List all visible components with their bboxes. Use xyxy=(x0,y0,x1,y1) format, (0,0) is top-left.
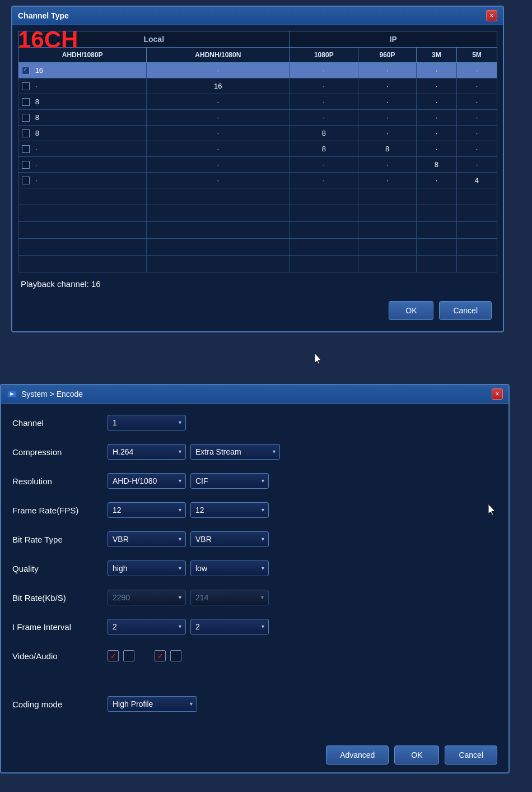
channel-select-wrapper: 123 xyxy=(108,415,186,430)
bit-rate-kbs-label: Bit Rate(Kb/S) xyxy=(12,593,108,603)
quality-row: Quality lowestlowerlowmediumhighhigherhi… xyxy=(12,558,497,578)
table-row[interactable]: 8 · · · · · xyxy=(18,94,497,110)
resolution-main-wrapper: AHD-H/1080720PD1CIF xyxy=(108,473,186,489)
quality-label: Quality xyxy=(12,564,108,573)
quality-extra-select[interactable]: lowestlowerlowmediumhigh xyxy=(190,561,269,576)
main-audio-checkbox[interactable] xyxy=(123,650,134,661)
compression-row: Compression H.264H.265 Extra StreamMain … xyxy=(12,442,497,462)
ip-header: IP xyxy=(290,31,497,48)
coding-mode-select[interactable]: High Profile Main Profile Baseline Profi… xyxy=(108,696,197,712)
channel-type-cancel-button[interactable]: Cancel xyxy=(439,301,492,320)
frame-rate-main-wrapper: 12152025 xyxy=(108,502,186,518)
table-row xyxy=(18,239,497,256)
cursor-arrow xyxy=(315,353,324,366)
table-row xyxy=(18,256,497,272)
quality-main-wrapper: lowestlowerlowmediumhighhigherhighest xyxy=(108,561,186,576)
video-audio-controls xyxy=(108,650,497,661)
extra-video-checkbox[interactable] xyxy=(155,650,166,661)
quality-main-select[interactable]: lowestlowerlowmediumhighhigherhighest xyxy=(108,561,186,576)
row-checkbox[interactable] xyxy=(22,129,30,137)
compression-extra-wrapper: Extra StreamMain Stream xyxy=(190,444,280,460)
i-frame-interval-row: I Frame Interval 12345 123 xyxy=(12,617,497,637)
table-row[interactable]: 8 · · · · · xyxy=(18,110,497,126)
playback-channel-info: Playback channel: 16 xyxy=(18,272,497,295)
svg-marker-4 xyxy=(488,504,495,515)
compression-controls: H.264H.265 Extra StreamMain Stream xyxy=(108,444,497,460)
encode-titlebar: System > Encode × xyxy=(1,385,508,404)
table-row[interactable]: · · · · · 4 xyxy=(18,173,497,188)
encode-form: Channel 123 Compression H.264H.265 xyxy=(1,404,508,732)
table-row xyxy=(18,188,497,205)
bit-rate-kbs-row: Bit Rate(Kb/S) 2290 214 ▼ xyxy=(12,587,497,608)
channel-badge: 16CH xyxy=(18,28,78,52)
channel-type-titlebar: Channel Type × xyxy=(12,7,503,25)
col-ahdnh: AHDNH/1080N xyxy=(147,48,290,63)
svg-marker-0 xyxy=(315,353,321,364)
encode-icon xyxy=(7,390,17,398)
bit-rate-main-wrapper: 2290 xyxy=(108,590,186,605)
row-checkbox[interactable] xyxy=(22,161,30,169)
frame-rate-controls: 12152025 12152025 xyxy=(108,502,455,518)
i-frame-main-select[interactable]: 12345 xyxy=(108,619,186,634)
encode-title: System > Encode xyxy=(21,390,83,399)
resolution-main-select[interactable]: AHD-H/1080720PD1CIF xyxy=(108,473,186,489)
channel-type-ok-button[interactable]: OK xyxy=(389,301,433,320)
row-checkbox[interactable] xyxy=(22,177,30,184)
col-1080p: 1080P xyxy=(290,48,358,63)
frame-rate-extra-select[interactable]: 12152025 xyxy=(190,502,269,518)
frame-rate-label: Frame Rate(FPS) xyxy=(12,506,108,515)
row-checkbox[interactable] xyxy=(22,82,30,90)
row-checkbox[interactable] xyxy=(22,98,30,106)
table-row[interactable]: 16 · · · · · xyxy=(18,63,497,78)
compression-main-wrapper: H.264H.265 xyxy=(108,444,186,460)
bit-rate-type-label: Bit Rate Type xyxy=(12,535,108,544)
channel-row: Channel 123 xyxy=(12,413,497,433)
main-video-checkbox[interactable] xyxy=(108,650,119,661)
i-frame-extra-select[interactable]: 123 xyxy=(190,619,269,634)
table-row xyxy=(18,205,497,222)
compression-label: Compression xyxy=(12,447,108,457)
channel-type-title: Channel Type xyxy=(18,11,69,20)
col-960p: 960P xyxy=(358,48,417,63)
resolution-label: Resolution xyxy=(12,476,108,486)
channel-table: Local IP AHDH/1080P AHDNH/1080N 1080P 96… xyxy=(18,31,497,272)
table-row[interactable]: 8 · 8 · · · xyxy=(18,126,497,141)
i-frame-interval-label: I Frame Interval xyxy=(12,622,108,632)
advanced-button[interactable]: Advanced xyxy=(326,745,389,765)
cursor-arrow-encode xyxy=(488,504,497,517)
i-frame-interval-controls: 12345 123 xyxy=(108,619,497,634)
row-checkbox[interactable] xyxy=(22,67,30,75)
resolution-extra-select[interactable]: CIFQCIFD1 xyxy=(190,473,269,489)
channel-type-footer: OK Cancel xyxy=(18,295,497,326)
bit-rate-type-main-select[interactable]: VBRCBR xyxy=(108,531,186,547)
table-row xyxy=(18,222,497,239)
row-checkbox[interactable] xyxy=(22,114,30,122)
encode-cancel-button[interactable]: Cancel xyxy=(445,745,497,765)
table-row[interactable]: · 16 · · · · xyxy=(18,78,497,94)
frame-rate-row: Frame Rate(FPS) 12152025 12152025 xyxy=(12,500,497,520)
resolution-extra-wrapper: CIFQCIFD1 xyxy=(190,473,269,489)
bit-rate-kbs-controls: 2290 214 ▼ xyxy=(108,590,497,605)
table-row[interactable]: · · · · 8 · xyxy=(18,157,497,173)
col-3m: 3M xyxy=(416,48,456,63)
table-row[interactable]: · · 8 8 · · xyxy=(18,141,497,157)
frame-rate-main-select[interactable]: 12152025 xyxy=(108,502,186,518)
video-audio-row: Video/Audio xyxy=(12,646,497,666)
compression-main-select[interactable]: H.264H.265 xyxy=(108,444,186,460)
bit-rate-type-main-wrapper: VBRCBR xyxy=(108,531,186,547)
encode-close-button[interactable]: × xyxy=(492,388,503,400)
video-audio-label: Video/Audio xyxy=(12,651,108,661)
extra-audio-checkbox[interactable] xyxy=(170,650,181,661)
compression-extra-select[interactable]: Extra StreamMain Stream xyxy=(190,444,280,460)
coding-mode-select-wrapper: High Profile Main Profile Baseline Profi… xyxy=(108,696,197,712)
row-checkbox[interactable] xyxy=(22,145,30,153)
channel-type-content: Local IP AHDH/1080P AHDNH/1080N 1080P 96… xyxy=(12,25,503,331)
channel-type-close-button[interactable]: × xyxy=(486,10,497,21)
resolution-row: Resolution AHD-H/1080720PD1CIF CIFQCIFD1 xyxy=(12,471,497,491)
bit-rate-type-controls: VBRCBR VBRCBR xyxy=(108,531,497,547)
bit-rate-type-extra-select[interactable]: VBRCBR xyxy=(190,531,269,547)
bit-rate-type-row: Bit Rate Type VBRCBR VBRCBR xyxy=(12,529,497,549)
i-frame-extra-wrapper: 123 xyxy=(190,619,269,634)
channel-select[interactable]: 123 xyxy=(108,415,186,430)
encode-ok-button[interactable]: OK xyxy=(394,745,439,765)
